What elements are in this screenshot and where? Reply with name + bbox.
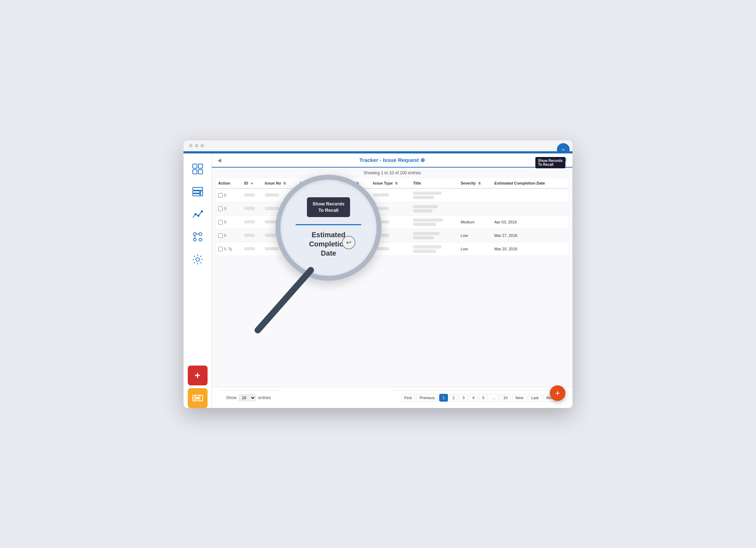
- row-severity: Medium: [459, 215, 492, 229]
- row-est-date: Apr 03, 2018: [492, 215, 568, 229]
- first-page-button[interactable]: First: [401, 394, 415, 402]
- svg-point-14: [199, 238, 202, 241]
- svg-point-9: [198, 215, 199, 216]
- row-severity: Low: [459, 242, 492, 256]
- row-checkbox[interactable]: [218, 206, 223, 211]
- showing-info: Showing 1 to 10 of 100 entries: [212, 168, 572, 178]
- col-issue-date[interactable]: Issue Date ⇅: [298, 178, 337, 188]
- last-page-button[interactable]: Last: [528, 394, 542, 402]
- svg-rect-6: [193, 194, 200, 196]
- entries-select[interactable]: 10 25 50 100: [239, 394, 256, 401]
- table-row: 5: [216, 202, 568, 215]
- page-10-button[interactable]: 10: [500, 394, 511, 402]
- col-product[interactable]: Product ⇅: [338, 178, 371, 188]
- svg-rect-1: [198, 164, 203, 168]
- page-4-button[interactable]: 4: [469, 394, 478, 402]
- svg-point-8: [195, 214, 196, 215]
- page-2-button[interactable]: 2: [449, 394, 458, 402]
- svg-rect-2: [193, 170, 197, 174]
- row-checkbox[interactable]: [218, 233, 223, 238]
- page-ellipsis: ...: [489, 394, 499, 402]
- page-1-button[interactable]: 1: [439, 394, 448, 402]
- sidebar-icon-chart[interactable]: [188, 204, 208, 224]
- row-severity: Low: [459, 229, 492, 242]
- table-row: 5 Medium Apr 03, 2018: [216, 215, 568, 229]
- content-header: ◀ Tracker - Issue Request ⊕ ↺: [212, 153, 572, 168]
- sidebar: +: [184, 153, 212, 408]
- main-content: ◀ Tracker - Issue Request ⊕ ↺ Show Recor…: [212, 153, 572, 408]
- col-severity[interactable]: Severity ⇅: [459, 178, 492, 188]
- row-checkbox[interactable]: [218, 220, 223, 225]
- col-title[interactable]: Title: [411, 178, 458, 188]
- table-header-row: Action ID ▼ Issue No ⇅ Issue Date ⇅ Prod…: [216, 178, 568, 188]
- row-checkbox[interactable]: [218, 193, 223, 198]
- col-action: Action: [216, 178, 242, 188]
- row-checkbox[interactable]: [218, 247, 223, 251]
- svg-rect-5: [193, 191, 200, 193]
- row-action: 5: [216, 229, 242, 242]
- prev-page-button[interactable]: Previous: [417, 394, 438, 402]
- tooltip-show-records-small: Show Records To Recall: [535, 157, 565, 168]
- ticket-button[interactable]: [188, 388, 208, 408]
- fab-button[interactable]: +: [550, 385, 565, 401]
- add-icon: +: [194, 370, 200, 381]
- browser-bar: [184, 140, 572, 151]
- svg-rect-3: [198, 170, 203, 174]
- page-5-button[interactable]: 5: [479, 394, 488, 402]
- show-entries: Show 10 25 50 100 entries: [219, 390, 278, 405]
- browser-dot-1: [189, 144, 193, 147]
- app-chrome: + ◀ Tracker - Issue Request ⊕: [184, 153, 572, 408]
- table-row: 5 📎 Low Mar 20, 2018: [216, 242, 568, 256]
- add-button[interactable]: +: [188, 366, 208, 385]
- col-issue-no[interactable]: Issue No ⇅: [263, 178, 298, 188]
- svg-rect-0: [193, 164, 197, 168]
- svg-point-17: [196, 258, 199, 261]
- sidebar-icon-list[interactable]: [188, 182, 208, 202]
- sidebar-icon-settings[interactable]: [188, 250, 208, 269]
- avatar-icon: ≈: [562, 147, 565, 152]
- svg-point-10: [201, 211, 203, 212]
- sidebar-icon-dashboard[interactable]: [188, 159, 208, 179]
- browser-dot-2: [195, 144, 198, 147]
- back-button[interactable]: ◀: [217, 157, 221, 163]
- svg-point-21: [197, 397, 199, 399]
- svg-rect-4: [193, 187, 203, 190]
- issue-table: Action ID ▼ Issue No ⇅ Issue Date ⇅ Prod…: [216, 178, 568, 256]
- page-title: Tracker - Issue Request ⊕: [359, 157, 425, 163]
- row-action: 5: [216, 215, 242, 229]
- table-wrapper[interactable]: Action ID ▼ Issue No ⇅ Issue Date ⇅ Prod…: [212, 178, 572, 387]
- row-action: 5: [216, 202, 242, 215]
- svg-point-12: [199, 233, 202, 235]
- svg-point-13: [193, 238, 196, 241]
- svg-point-11: [193, 233, 196, 235]
- table-row: 5 Low Mar 27, 2018: [216, 229, 568, 242]
- row-action: 5: [216, 188, 242, 202]
- table-row: 5: [216, 188, 568, 202]
- sidebar-icon-analytics[interactable]: [188, 227, 208, 247]
- next-page-button[interactable]: Next: [512, 394, 527, 402]
- col-est-date[interactable]: Estimated Completion Date: [492, 178, 568, 188]
- col-issue-type[interactable]: Issue Type ⇅: [371, 178, 411, 188]
- svg-rect-7: [200, 191, 203, 196]
- browser-window: ≈: [184, 140, 572, 408]
- col-id[interactable]: ID ▼: [242, 178, 263, 188]
- row-action: 5 📎: [216, 242, 242, 256]
- page-3-button[interactable]: 3: [459, 394, 468, 402]
- fab-icon: +: [555, 388, 560, 398]
- row-est-date: Mar 20, 2018: [492, 242, 568, 256]
- browser-dot-3: [200, 144, 204, 147]
- row-est-date: Mar 27, 2018: [492, 229, 568, 242]
- bottom-bar: Show 10 25 50 100 entries First Previous…: [212, 387, 572, 408]
- pagination-bar: First Previous 1 2 3 4 5 ... 10 Next Las…: [394, 390, 565, 405]
